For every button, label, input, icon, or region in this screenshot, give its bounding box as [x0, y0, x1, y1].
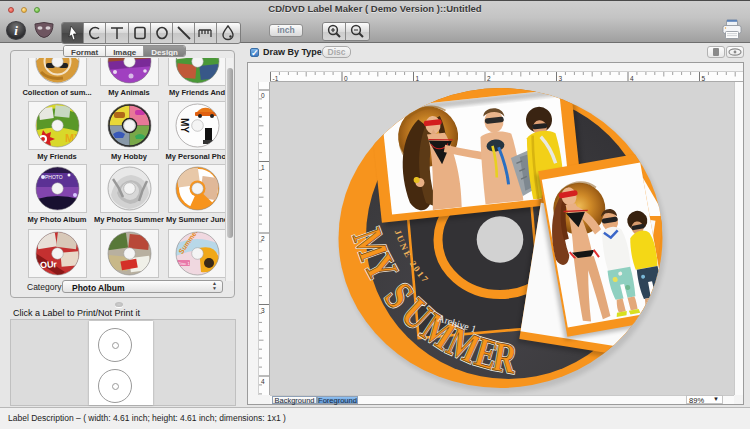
- svg-text:Disc 1: Disc 1: [179, 261, 191, 266]
- svg-text:MY: MY: [65, 132, 82, 144]
- svg-text:4: 4: [261, 378, 265, 385]
- svg-text:PHOTO: PHOTO: [45, 174, 63, 180]
- svg-text:0: 0: [344, 75, 348, 82]
- svg-text:1: 1: [261, 164, 265, 171]
- svg-text:MY: MY: [179, 118, 190, 133]
- svg-text:1: 1: [416, 75, 420, 82]
- svg-text:3: 3: [559, 75, 563, 82]
- svg-text:2: 2: [487, 75, 491, 82]
- svg-text:3: 3: [261, 307, 265, 314]
- svg-text:5: 5: [702, 75, 706, 82]
- svg-text:0: 0: [261, 92, 265, 99]
- svg-text:2: 2: [261, 235, 265, 242]
- svg-text:-1: -1: [273, 75, 279, 82]
- svg-text:4: 4: [630, 75, 634, 82]
